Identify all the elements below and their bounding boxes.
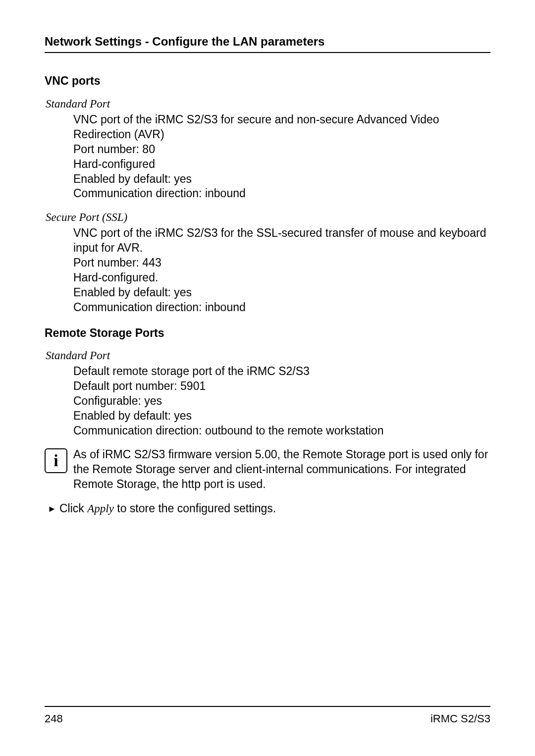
action-prefix: Click	[59, 502, 87, 515]
vnc-standard-line2: Port number: 80	[73, 142, 490, 157]
action-text: Click Apply to store the configured sett…	[59, 501, 490, 516]
vnc-standard-line1: VNC port of the iRMC S2/S3 for secure an…	[73, 112, 490, 142]
vnc-secure-line1: VNC port of the iRMC S2/S3 for the SSL-s…	[73, 226, 490, 256]
section-title-vnc: VNC ports	[45, 74, 490, 89]
def-vnc-standard: VNC port of the iRMC S2/S3 for secure an…	[73, 112, 490, 201]
remote-standard-line5: Communication direction: outbound to the…	[73, 424, 490, 438]
vnc-secure-line4: Enabled by default: yes	[73, 285, 490, 300]
term-vnc-standard: Standard Port	[46, 97, 490, 111]
term-remote-standard: Standard Port	[46, 348, 490, 363]
action-step: ► Click Apply to store the configured se…	[45, 501, 490, 516]
info-note-text: As of iRMC S2/S3 firmware version 5.00, …	[73, 447, 490, 492]
action-bullet-icon: ►	[45, 501, 59, 516]
info-note: i As of iRMC S2/S3 firmware version 5.00…	[45, 447, 490, 492]
action-suffix: to store the configured settings.	[114, 502, 276, 515]
info-icon: i	[45, 448, 67, 473]
remote-standard-line3: Configurable: yes	[73, 394, 490, 409]
vnc-standard-line3: Hard-configured	[73, 157, 490, 172]
footer-page-number: 248	[45, 712, 63, 726]
remote-standard-line4: Enabled by default: yes	[73, 409, 490, 424]
remote-standard-line2: Default port number: 5901	[73, 379, 490, 394]
info-icon-glyph: i	[54, 452, 58, 469]
vnc-secure-line2: Port number: 443	[73, 256, 490, 270]
header-divider	[45, 52, 490, 53]
def-vnc-secure: VNC port of the iRMC S2/S3 for the SSL-s…	[73, 226, 490, 315]
action-apply-word: Apply	[87, 502, 114, 515]
footer-doc-name: iRMC S2/S3	[430, 712, 490, 726]
page-header-title: Network Settings - Configure the LAN par…	[45, 34, 490, 49]
def-remote-standard: Default remote storage port of the iRMC …	[73, 364, 490, 438]
remote-standard-line1: Default remote storage port of the iRMC …	[73, 364, 490, 379]
page-footer: 248 iRMC S2/S3	[45, 706, 490, 726]
vnc-secure-line5: Communication direction: inbound	[73, 300, 490, 315]
footer-divider	[45, 706, 490, 707]
vnc-secure-line3: Hard-configured.	[73, 270, 490, 285]
vnc-standard-line4: Enabled by default: yes	[73, 172, 490, 187]
term-vnc-secure: Secure Port (SSL)	[46, 210, 490, 225]
section-title-remote: Remote Storage Ports	[45, 326, 490, 341]
vnc-standard-line5: Communication direction: inbound	[73, 186, 490, 201]
